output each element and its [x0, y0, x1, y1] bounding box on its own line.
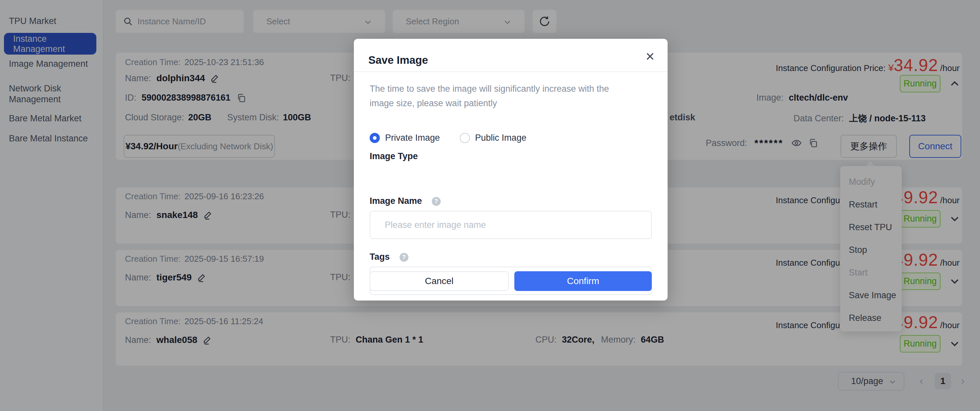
modal-divider: [354, 71, 668, 72]
image-name-help-icon[interactable]: ?: [432, 197, 441, 206]
close-icon[interactable]: ×: [646, 49, 654, 64]
save-image-modal: Save Image × The time to save the image …: [354, 39, 668, 300]
image-name-label: Image Name ?: [370, 196, 441, 206]
public-image-radio[interactable]: [460, 133, 470, 143]
confirm-button[interactable]: Confirm: [514, 271, 652, 291]
modal-notice-text: The time to save the image will signific…: [370, 81, 630, 111]
public-image-label: Public Image: [475, 133, 527, 143]
image-type-radio-group: Private Image Public Image: [370, 133, 546, 143]
image-type-label: Image Type: [370, 151, 418, 162]
radio-dot: [373, 136, 377, 140]
tags-help-icon[interactable]: ?: [399, 253, 409, 262]
tags-label: Tags ?: [370, 252, 409, 262]
private-image-radio[interactable]: [370, 133, 380, 143]
private-image-label: Private Image: [385, 133, 440, 143]
image-name-input[interactable]: [370, 211, 652, 239]
cancel-button[interactable]: Cancel: [370, 271, 509, 291]
modal-title: Save Image: [368, 54, 428, 67]
